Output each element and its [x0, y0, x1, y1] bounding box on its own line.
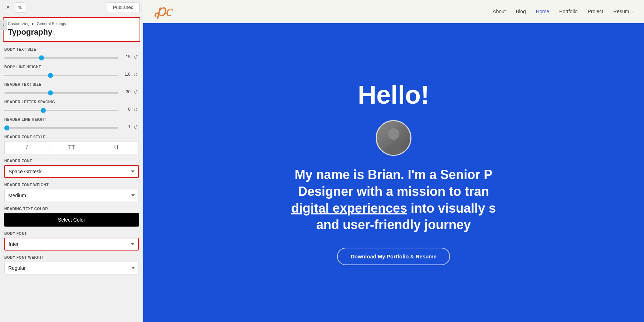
site-nav: ꝓc About Blog Home Portfolio Project Res… [143, 0, 644, 23]
header-line-height-slider[interactable] [4, 127, 118, 129]
hero-text-line3: into visually s [407, 201, 496, 216]
nav-about[interactable]: About [493, 9, 506, 14]
header-line-height-reset[interactable]: ↺ [133, 124, 139, 130]
heading-text-color-group: HEADING TEXT COLOR Select Color [4, 207, 139, 227]
header-font-style-label: HEADER FONT STYLE [4, 135, 139, 139]
header-letter-spacing-label: HEADER LETTER SPACING [4, 100, 139, 104]
color-select-button[interactable]: Select Color [4, 213, 139, 227]
underline-button[interactable]: U [94, 141, 139, 154]
header-line-height-value: 1 [121, 124, 131, 129]
body-line-height-value: 1.8 [121, 72, 131, 77]
download-button[interactable]: Download My Portfolio & Resume [337, 248, 450, 265]
font-style-row: I TT U [4, 141, 139, 154]
body-line-height-row: 1.8 ↺ [4, 71, 139, 78]
nav-project[interactable]: Project [587, 9, 603, 14]
svg-point-2 [384, 145, 404, 155]
section-title: Typography [8, 28, 135, 37]
body-font-select[interactable]: Inter Roboto Open Sans Lato Space Grotes… [4, 238, 139, 251]
svg-point-1 [388, 128, 399, 140]
back-arrow[interactable]: ‹ [0, 20, 7, 30]
heading-text-color-label: HEADING TEXT COLOR [4, 207, 139, 211]
site-nav-links: About Blog Home Portfolio Project Resum.… [493, 9, 633, 14]
header-text-size-row: 30 ↺ [4, 89, 139, 95]
body-text-size-value: 15 [121, 54, 131, 59]
header-text-size-value: 30 [121, 89, 131, 94]
header-text-size-label: HEADER TEXT SIZE [4, 83, 139, 86]
body-line-height-slider[interactable] [4, 75, 118, 76]
header-font-select[interactable]: Space Grotesk Inter Roboto Open Sans Lat… [4, 165, 139, 178]
svg-text:ꝓc: ꝓc [154, 2, 173, 19]
header-line-height-group: HEADER LINE HEIGHT 1 ↺ [4, 118, 139, 130]
right-panel: ꝓc About Blog Home Portfolio Project Res… [143, 0, 644, 322]
header-letter-spacing-group: HEADER LETTER SPACING 0 ↺ [4, 100, 139, 113]
header-letter-spacing-slider[interactable] [4, 110, 118, 111]
uppercase-button[interactable]: TT [49, 141, 94, 154]
left-panel: × ⇅ Published ‹ Customizing ▸ General Se… [0, 0, 143, 322]
breadcrumb: Customizing ▸ General Settings [8, 21, 135, 26]
published-button[interactable]: Published [107, 3, 140, 12]
nav-blog[interactable]: Blog [516, 9, 526, 14]
hero-text-line1: My name is Brian. I'm a Senior P [295, 167, 493, 182]
panel-toolbar: × ⇅ Published [0, 0, 143, 15]
header-font-group: HEADER FONT Space Grotesk Inter Roboto O… [4, 159, 139, 178]
hero-text-underline: digital experiences [291, 201, 407, 216]
close-button[interactable]: × [4, 3, 12, 12]
controls-area: BODY TEXT SIZE 15 ↺ BODY LINE HEIGHT 1.8… [0, 44, 143, 322]
header-font-weight-label: HEADER FONT WEIGHT [4, 183, 139, 187]
nav-resume[interactable]: Resum... [613, 9, 633, 14]
italic-button[interactable]: I [4, 141, 49, 154]
body-text-size-label: BODY TEXT SIZE [4, 48, 139, 51]
body-font-label: BODY FONT [4, 232, 139, 236]
body-font-weight-group: BODY FONT WEIGHT Thin Light Regular Medi… [4, 256, 139, 274]
body-line-height-reset[interactable]: ↺ [133, 72, 139, 77]
header-text-size-reset[interactable]: ↺ [133, 89, 139, 95]
header-font-label: HEADER FONT [4, 159, 139, 163]
nav-portfolio[interactable]: Portfolio [559, 9, 577, 14]
header-line-height-row: 1 ↺ [4, 124, 139, 130]
nav-home[interactable]: Home [536, 9, 549, 14]
reorder-button[interactable]: ⇅ [15, 3, 25, 13]
body-font-group: BODY FONT Inter Roboto Open Sans Lato Sp… [4, 232, 139, 251]
avatar [376, 120, 411, 156]
site-logo: ꝓc [154, 1, 174, 22]
breadcrumb-section: Customizing ▸ General Settings Typograph… [3, 17, 140, 42]
body-text-size-group: BODY TEXT SIZE 15 ↺ [4, 48, 139, 60]
header-text-size-group: HEADER TEXT SIZE 30 ↺ [4, 83, 139, 95]
header-font-style-group: HEADER FONT STYLE I TT U [4, 135, 139, 154]
hero-greeting: Hello! [358, 80, 429, 109]
header-font-weight-group: HEADER FONT WEIGHT Thin Light Regular Me… [4, 183, 139, 202]
body-text-size-slider[interactable] [4, 57, 118, 59]
body-line-height-group: BODY LINE HEIGHT 1.8 ↺ [4, 65, 139, 78]
hero-body-text: My name is Brian. I'm a Senior P Designe… [291, 167, 496, 233]
site-hero: Hello! My name is Brian. I'm a Senior P … [143, 23, 644, 322]
body-line-height-label: BODY LINE HEIGHT [4, 65, 139, 69]
header-text-size-slider[interactable] [4, 92, 118, 94]
body-font-weight-select[interactable]: Thin Light Regular Medium Semi Bold Bold [4, 262, 139, 274]
header-line-height-label: HEADER LINE HEIGHT [4, 118, 139, 122]
body-font-weight-label: BODY FONT WEIGHT [4, 256, 139, 259]
header-letter-spacing-value: 0 [121, 107, 131, 112]
header-letter-spacing-row: 0 ↺ [4, 106, 139, 113]
hero-text-line4: and user-friendly journey [316, 217, 471, 232]
header-letter-spacing-reset[interactable]: ↺ [133, 107, 139, 112]
body-text-size-reset[interactable]: ↺ [133, 54, 139, 60]
hero-text-line2: Designer with a mission to tran [298, 184, 489, 199]
body-text-size-row: 15 ↺ [4, 54, 139, 60]
header-font-weight-select[interactable]: Thin Light Regular Medium Semi Bold Bold… [4, 189, 139, 202]
